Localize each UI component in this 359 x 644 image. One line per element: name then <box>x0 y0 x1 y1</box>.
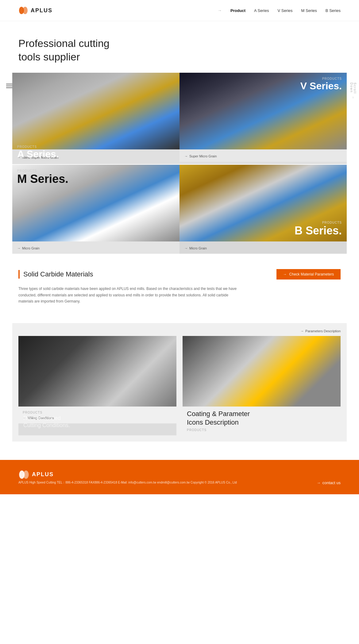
logo-area: APLUS <box>18 6 52 15</box>
footer-logo-icon <box>18 469 29 480</box>
m-series-img-overlay: Products M Series. <box>17 169 68 186</box>
contact-us-link[interactable]: → contact us <box>317 480 341 485</box>
v-series-img-overlay: Products V Series. <box>300 77 342 92</box>
svg-point-3 <box>23 470 29 479</box>
main-nav: → Product A Series V Series M Series B S… <box>218 8 341 13</box>
coating-title: Coating & Parameter Icons Description <box>187 410 336 427</box>
parameters-link[interactable]: → Parameters Description <box>18 329 341 333</box>
footer-logo-text: APLUS <box>32 471 54 478</box>
coating-card-info: Coating & Parameter Icons Description Pr… <box>183 407 341 435</box>
nav-m-series[interactable]: M Series <box>301 8 317 13</box>
carbide-header: Solid Carbide Materials → Check Material… <box>18 269 341 280</box>
nav-arrow: → <box>218 8 222 13</box>
b-series-image: Products B Series. <box>180 165 347 241</box>
footer-bottom-row: APLUS APLUS High Speed Cutting TEL：886-4… <box>18 469 341 485</box>
footer: APLUS APLUS High Speed Cutting TEL：886-4… <box>0 460 359 494</box>
products-top-grid: Products A Series. → Nano Super Micro Gr… <box>12 73 347 164</box>
menu-icon[interactable] <box>6 83 13 89</box>
logo-text: APLUS <box>31 7 52 14</box>
b-series-info: → Micro Grain <box>180 241 347 254</box>
cutting-conditions-image: Recommended Cutting Conditions. <box>18 336 176 407</box>
nav-v-series[interactable]: V Series <box>277 8 292 13</box>
v-series-info: → Super Micro Grain <box>180 149 347 162</box>
nav-product[interactable]: Product <box>230 8 245 13</box>
header: APLUS → Product A Series V Series M Seri… <box>0 0 359 21</box>
a-series-img-overlay: Products A Series. <box>17 145 59 160</box>
a-series-image: Products A Series. <box>12 73 180 149</box>
cutting-conditions-card[interactable]: Recommended Cutting Conditions. Products… <box>18 336 176 435</box>
hero-title: Professional cutting tools supplier <box>18 37 341 64</box>
hero-section: Scroll Down → Professional cutting tools… <box>0 21 359 64</box>
scroll-down: Scroll Down → <box>350 83 357 99</box>
coating-image <box>183 336 341 407</box>
nav-a-series[interactable]: A Series <box>254 8 269 13</box>
v-series-card[interactable]: Our Feature Products Products V Series. … <box>180 73 347 164</box>
b-series-link[interactable]: → Micro Grain <box>184 246 342 250</box>
page-wrapper: APLUS → Product A Series V Series M Seri… <box>0 0 359 494</box>
carbide-title: Solid Carbide Materials <box>23 270 93 278</box>
footer-contact: → contact us <box>317 480 341 485</box>
carbide-accent-bar <box>18 270 20 279</box>
recommended-grid: Recommended Cutting Conditions. Products… <box>18 336 341 435</box>
check-material-button[interactable]: → Check Material Parameters <box>276 269 341 280</box>
footer-left: APLUS APLUS High Speed Cutting TEL：886-4… <box>18 469 237 485</box>
footer-logo: APLUS <box>18 469 237 480</box>
v-series-link[interactable]: → Super Micro Grain <box>184 154 342 158</box>
nav-b-series[interactable]: B Series <box>326 8 341 13</box>
m-series-info: → Micro Grain <box>12 241 180 254</box>
carbide-section: Solid Carbide Materials → Check Material… <box>0 254 359 314</box>
recommended-section: → Parameters Description Recommended Cut… <box>12 323 347 442</box>
carbide-title-wrap: Solid Carbide Materials <box>18 270 93 279</box>
m-series-link[interactable]: → Micro Grain <box>17 246 175 250</box>
coating-parameter-card[interactable]: Coating & Parameter Icons Description Pr… <box>183 336 341 435</box>
products-bottom-grid: Products M Series. → Micro Grain Product… <box>12 165 347 254</box>
m-series-card[interactable]: Products M Series. → Micro Grain <box>12 165 180 254</box>
svg-point-1 <box>23 7 28 14</box>
carbide-description: Three types of solid carbide materials h… <box>18 286 239 304</box>
logo-icon <box>18 6 28 15</box>
footer-info: APLUS High Speed Cutting TEL：886-4-23365… <box>18 480 237 485</box>
b-series-img-overlay: Products B Series. <box>295 221 342 237</box>
v-series-image: Products V Series. <box>180 73 347 149</box>
b-series-card[interactable]: Products B Series. → Micro Grain <box>180 165 347 254</box>
a-series-card[interactable]: Products A Series. → Nano Super Micro Gr… <box>12 73 180 164</box>
